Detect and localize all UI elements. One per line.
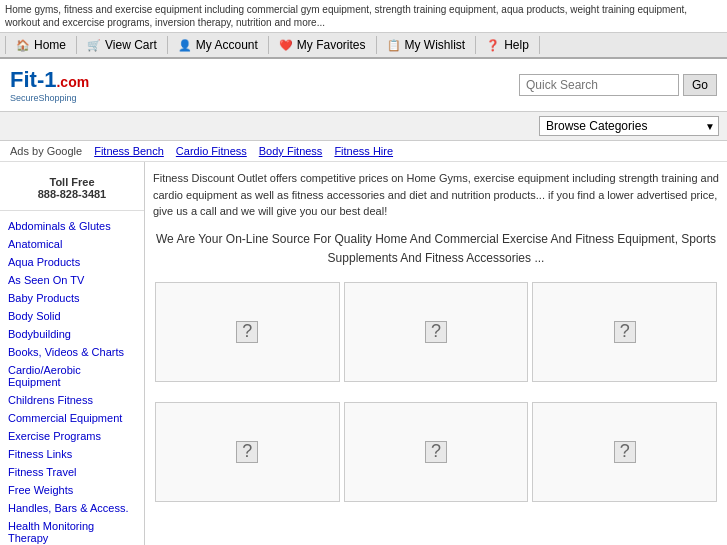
- favorites-icon: ❤️: [279, 39, 293, 52]
- ads-link-body-fitness[interactable]: Body Fitness: [259, 145, 323, 157]
- search-button[interactable]: Go: [683, 74, 717, 96]
- sidebar-item-childrens-fitness[interactable]: Childrens Fitness: [0, 391, 144, 409]
- sidebar-item-health-monitoring[interactable]: Health Monitoring Therapy: [0, 517, 144, 545]
- logo-main: Fit-1: [10, 67, 56, 92]
- ads-link-fitness-hire[interactable]: Fitness Hire: [334, 145, 393, 157]
- home-icon: 🏠: [16, 39, 30, 52]
- ads-link-cardio-fitness[interactable]: Cardio Fitness: [176, 145, 247, 157]
- intro-text: Fitness Discount Outlet offers competiti…: [153, 170, 719, 220]
- logo-text: Fit-1.com: [10, 67, 89, 92]
- main-layout: Toll Free 888-828-3481 Abdominals & Glut…: [0, 162, 727, 545]
- account-icon: 👤: [178, 39, 192, 52]
- sidebar-item-baby-products[interactable]: Baby Products: [0, 289, 144, 307]
- browse-bar: Browse Categories Abdominals & Glutes An…: [0, 112, 727, 141]
- nav-my-wishlist-label: My Wishlist: [405, 38, 466, 52]
- nav-help[interactable]: ❓ Help: [476, 36, 540, 54]
- product-placeholder-icon-3: ?: [614, 321, 636, 343]
- ads-link-fitness-bench[interactable]: Fitness Bench: [94, 145, 164, 157]
- product-placeholder-icon-6: ?: [614, 441, 636, 463]
- sidebar-item-books-videos[interactable]: Books, Videos & Charts: [0, 343, 144, 361]
- wishlist-icon: 📋: [387, 39, 401, 52]
- product-cell-2[interactable]: ?: [344, 282, 529, 382]
- nav-home-label: Home: [34, 38, 66, 52]
- nav-my-favorites[interactable]: ❤️ My Favorites: [269, 36, 377, 54]
- toll-free-section: Toll Free 888-828-3481: [0, 170, 144, 211]
- browse-wrapper: Browse Categories Abdominals & Glutes An…: [539, 116, 719, 136]
- sidebar-item-fitness-links[interactable]: Fitness Links: [0, 445, 144, 463]
- product-placeholder-icon-4: ?: [236, 441, 258, 463]
- content-area: Fitness Discount Outlet offers competiti…: [145, 162, 727, 545]
- tagline-text: We Are Your On-Line Source For Quality H…: [153, 230, 719, 268]
- toll-free-label: Toll Free: [4, 176, 140, 188]
- product-grid-row-1: ? ? ?: [153, 280, 719, 384]
- nav-view-cart[interactable]: 🛒 View Cart: [77, 36, 168, 54]
- product-cell-4[interactable]: ?: [155, 402, 340, 502]
- logo: Fit-1.com SecureShopping: [10, 67, 519, 103]
- logo-tagline: SecureShopping: [10, 93, 519, 103]
- sidebar-item-commercial-equipment[interactable]: Commercial Equipment: [0, 409, 144, 427]
- ads-bar: Ads by Google Fitness Bench Cardio Fitne…: [0, 141, 727, 162]
- logo-area: Fit-1.com SecureShopping: [10, 67, 519, 103]
- search-area: Go: [519, 74, 717, 96]
- sidebar-item-abdominals[interactable]: Abdominals & Glutes: [0, 217, 144, 235]
- grid-separator: [153, 392, 719, 400]
- product-placeholder-icon-1: ?: [236, 321, 258, 343]
- sidebar-item-body-solid[interactable]: Body Solid: [0, 307, 144, 325]
- product-placeholder-icon-5: ?: [425, 441, 447, 463]
- browse-categories-select[interactable]: Browse Categories Abdominals & Glutes An…: [539, 116, 719, 136]
- product-cell-6[interactable]: ?: [532, 402, 717, 502]
- banner-text: Home gyms, fitness and exercise equipmen…: [5, 4, 687, 28]
- ads-by-google-label: Ads by Google: [10, 145, 82, 157]
- sidebar-item-anatomical[interactable]: Anatomical: [0, 235, 144, 253]
- help-icon: ❓: [486, 39, 500, 52]
- sidebar: Toll Free 888-828-3481 Abdominals & Glut…: [0, 162, 145, 545]
- top-banner: Home gyms, fitness and exercise equipmen…: [0, 0, 727, 33]
- nav-my-wishlist[interactable]: 📋 My Wishlist: [377, 36, 477, 54]
- product-cell-5[interactable]: ?: [344, 402, 529, 502]
- sidebar-item-aqua-products[interactable]: Aqua Products: [0, 253, 144, 271]
- product-placeholder-icon-2: ?: [425, 321, 447, 343]
- sidebar-item-bodybuilding[interactable]: Bodybuilding: [0, 325, 144, 343]
- product-cell-3[interactable]: ?: [532, 282, 717, 382]
- toll-free-phone: 888-828-3481: [4, 188, 140, 200]
- sidebar-item-exercise-programs[interactable]: Exercise Programs: [0, 427, 144, 445]
- sidebar-item-fitness-travel[interactable]: Fitness Travel: [0, 463, 144, 481]
- nav-my-favorites-label: My Favorites: [297, 38, 366, 52]
- nav-my-account-label: My Account: [196, 38, 258, 52]
- sidebar-item-cardio-aerobic[interactable]: Cardio/Aerobic Equipment: [0, 361, 144, 391]
- sidebar-item-free-weights[interactable]: Free Weights: [0, 481, 144, 499]
- nav-view-cart-label: View Cart: [105, 38, 157, 52]
- nav-home[interactable]: 🏠 Home: [5, 36, 77, 54]
- sidebar-item-as-seen-on-tv[interactable]: As Seen On TV: [0, 271, 144, 289]
- cart-icon: 🛒: [87, 39, 101, 52]
- product-cell-1[interactable]: ?: [155, 282, 340, 382]
- nav-bar: 🏠 Home 🛒 View Cart 👤 My Account ❤️ My Fa…: [0, 33, 727, 59]
- search-input[interactable]: [519, 74, 679, 96]
- product-grid-row-2: ? ? ?: [153, 400, 719, 504]
- header: Fit-1.com SecureShopping Go: [0, 59, 727, 112]
- nav-my-account[interactable]: 👤 My Account: [168, 36, 269, 54]
- nav-help-label: Help: [504, 38, 529, 52]
- sidebar-item-handles-bars[interactable]: Handles, Bars & Access.: [0, 499, 144, 517]
